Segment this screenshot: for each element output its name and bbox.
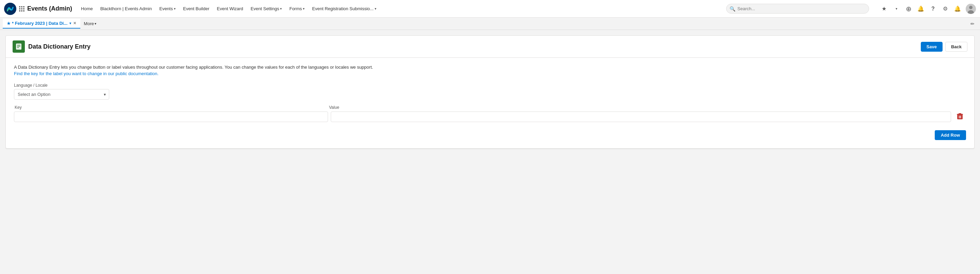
tab-february-data-di[interactable]: ★ * February 2023 | Data Di... ▾ ✕ xyxy=(3,19,80,29)
tab-dropdown-chevron[interactable]: ▾ xyxy=(69,21,71,25)
notification-icon[interactable]: 🔔 xyxy=(917,5,925,13)
svg-rect-7 xyxy=(17,47,19,48)
registration-dropdown-chevron: ▾ xyxy=(375,7,376,11)
card-icon-box xyxy=(13,40,25,53)
locale-select-wrapper: Select an Option English Spanish French … xyxy=(14,89,109,100)
nav-forms[interactable]: Forms ▾ xyxy=(286,4,308,13)
add-icon[interactable]: ⊕ xyxy=(904,5,913,13)
svg-rect-12 xyxy=(959,113,961,114)
svg-rect-10 xyxy=(960,116,961,118)
search-input[interactable] xyxy=(726,4,869,14)
star-icon[interactable]: ★ xyxy=(880,5,888,13)
card-header: Data Dictionary Entry Save Back xyxy=(6,36,974,58)
app-grid-icon[interactable] xyxy=(19,6,24,11)
settings-icon[interactable]: ⚙ xyxy=(941,5,950,13)
right-icons: ★ ▾ ⊕ 🔔 ? ⚙ 🔔 xyxy=(880,4,976,14)
nav-event-builder[interactable]: Event Builder xyxy=(180,4,213,13)
data-dictionary-card: Data Dictionary Entry Save Back A Data D… xyxy=(5,35,975,149)
page-title: Data Dictionary Entry xyxy=(28,43,91,50)
card-action-buttons: Save Back xyxy=(921,42,967,52)
tab-close-button[interactable]: ✕ xyxy=(73,21,76,25)
svg-rect-6 xyxy=(17,46,21,47)
main-content: Data Dictionary Entry Save Back A Data D… xyxy=(0,30,980,274)
doc-link[interactable]: Find the key for the label you want to c… xyxy=(14,71,159,76)
card-body: A Data Dictionary Entry lets you change … xyxy=(6,58,974,148)
nav-event-settings[interactable]: Event Settings ▾ xyxy=(247,4,285,13)
locale-section: Language / Locale Select an Option Engli… xyxy=(14,83,966,141)
description-text: A Data Dictionary Entry lets you change … xyxy=(14,65,966,70)
row-header: Key Value xyxy=(14,105,966,110)
value-column-header: Value xyxy=(328,105,951,110)
key-value-table: Key Value xyxy=(14,105,966,122)
card-title-area: Data Dictionary Entry xyxy=(13,40,91,53)
tab-star-icon: ★ xyxy=(7,21,11,26)
table-row xyxy=(14,111,966,122)
help-icon[interactable]: ? xyxy=(929,5,937,13)
forms-dropdown-chevron: ▾ xyxy=(303,7,305,11)
app-name: Events (Admin) xyxy=(27,5,72,12)
nav-home[interactable]: Home xyxy=(78,4,96,13)
bell-icon[interactable]: 🔔 xyxy=(953,5,962,13)
nav-links: Home Blackthorn | Events Admin Events ▾ … xyxy=(78,4,718,13)
delete-row-button[interactable] xyxy=(954,111,966,122)
tab-more-button[interactable]: More ▾ xyxy=(81,20,99,27)
nav-events[interactable]: Events ▾ xyxy=(156,4,179,13)
nav-event-registration[interactable]: Event Registration Submissio... ▾ xyxy=(309,4,380,13)
key-input[interactable] xyxy=(14,111,328,122)
add-row-button[interactable]: Add Row xyxy=(935,130,966,140)
nav-event-wizard[interactable]: Event Wizard xyxy=(213,4,247,13)
app-logo[interactable] xyxy=(4,3,16,15)
svg-point-2 xyxy=(969,6,972,9)
tab-bar: ★ * February 2023 | Data Di... ▾ ✕ More … xyxy=(0,18,980,30)
back-button[interactable]: Back xyxy=(945,42,967,52)
key-column-header: Key xyxy=(14,105,326,110)
locale-select[interactable]: Select an Option English Spanish French xyxy=(14,89,109,100)
events-dropdown-chevron: ▾ xyxy=(174,7,176,11)
value-input[interactable] xyxy=(331,111,951,122)
settings-dropdown-chevron: ▾ xyxy=(280,7,282,11)
svg-rect-8 xyxy=(957,114,963,119)
save-button[interactable]: Save xyxy=(921,42,943,52)
add-row-area: Add Row xyxy=(14,125,966,141)
svg-rect-5 xyxy=(17,45,21,46)
star-dropdown-icon[interactable]: ▾ xyxy=(892,5,900,13)
svg-rect-9 xyxy=(959,116,959,118)
top-navigation: Events (Admin) Home Blackthorn | Events … xyxy=(0,0,980,18)
locale-field: Language / Locale Select an Option Engli… xyxy=(14,83,966,100)
nav-blackthorn[interactable]: Blackthorn | Events Admin xyxy=(97,4,156,13)
search-bar: 🔍 xyxy=(726,4,869,14)
locale-label: Language / Locale xyxy=(14,83,966,88)
search-icon: 🔍 xyxy=(730,6,735,11)
avatar[interactable] xyxy=(966,4,976,14)
more-chevron-icon: ▾ xyxy=(95,22,96,25)
tab-edit-button[interactable]: ✏ xyxy=(968,20,977,28)
